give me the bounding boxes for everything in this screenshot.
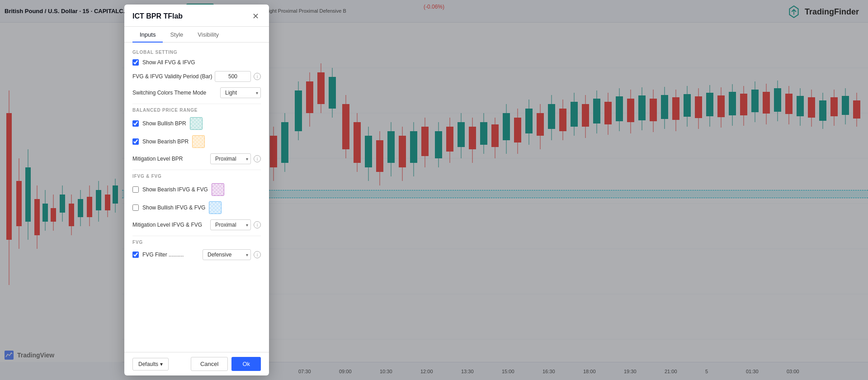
tab-inputs[interactable]: Inputs xyxy=(132,27,163,43)
defaults-button[interactable]: Defaults ▾ xyxy=(132,358,169,370)
mitigation-bpr-row: Mitigation Level BPR Proximal Distal 50%… xyxy=(132,153,261,164)
section-bpr-label: BALANCED PRICE RANGE xyxy=(132,108,261,113)
fvg-filter-label: FVG Filter .......... xyxy=(142,252,184,258)
show-bearish-bpr-label: Show Bearish BPR xyxy=(142,138,189,145)
show-all-fvg-row: Show All FVG & IFVG xyxy=(132,59,261,66)
mitigation-ifvg-info-icon[interactable]: i xyxy=(254,221,261,228)
validity-period-label: FVG & IFVG Validity Period (Bar) xyxy=(132,73,212,80)
show-all-fvg-wrapper: Show All FVG & IFVG xyxy=(132,59,195,66)
bearish-ifvg-pattern-icon xyxy=(212,183,224,196)
mitigation-bpr-select[interactable]: Proximal Distal 50% xyxy=(210,153,251,164)
theme-mode-row: Switching Colors Theme Mode Light Dark ▾ xyxy=(132,87,261,98)
fvg-filter-checkbox[interactable] xyxy=(132,252,139,258)
validity-info-icon[interactable]: i xyxy=(254,73,261,80)
show-bullish-bpr-row: Show Bullish BPR xyxy=(132,117,261,130)
cancel-button[interactable]: Cancel xyxy=(191,357,228,371)
theme-mode-select-wrap: Light Dark ▾ xyxy=(220,87,261,98)
show-bearish-ifvg-row: Show Bearish IFVG & FVG xyxy=(132,183,261,196)
defaults-label: Defaults xyxy=(138,361,158,367)
mitigation-bpr-label: Mitigation Level BPR xyxy=(132,156,183,162)
ok-button[interactable]: Ok xyxy=(231,357,261,371)
mitigation-bpr-select-wrap: Proximal Distal 50% ▾ xyxy=(210,153,251,164)
modal-footer: Defaults ▾ Cancel Ok xyxy=(124,352,269,375)
show-bullish-ifvg-row: Show Bullish IFVG & FVG xyxy=(132,201,261,214)
fvg-filter-right: Defensive Conservative Aggressive ▾ i xyxy=(203,249,261,260)
show-bullish-bpr-label: Show Bullish BPR xyxy=(142,120,186,127)
show-bearish-bpr-wrapper: Show Bearish BPR xyxy=(132,138,189,145)
mitigation-bpr-info-icon[interactable]: i xyxy=(254,155,261,162)
divider-2 xyxy=(132,170,261,170)
show-bearish-ifvg-checkbox[interactable] xyxy=(132,186,139,193)
show-bullish-bpr-wrapper: Show Bullish BPR xyxy=(132,120,186,127)
divider-1 xyxy=(132,104,261,104)
show-bearish-ifvg-wrapper: Show Bearish IFVG & FVG xyxy=(132,186,208,193)
modal-header: ICT BPR TFlab ✕ xyxy=(124,5,269,27)
fvg-filter-row: FVG Filter .......... Defensive Conserva… xyxy=(132,249,261,260)
mitigation-ifvg-select-wrap: Proximal Distal 50% ▾ xyxy=(210,219,251,230)
fvg-filter-info-icon[interactable]: i xyxy=(254,251,261,258)
mitigation-bpr-right: Proximal Distal 50% ▾ i xyxy=(210,153,261,164)
footer-actions: Cancel Ok xyxy=(191,357,261,371)
show-bullish-bpr-checkbox[interactable] xyxy=(132,120,139,127)
mitigation-ifvg-row: Mitigation Level IFVG & FVG Proximal Dis… xyxy=(132,219,261,230)
tab-style[interactable]: Style xyxy=(163,27,190,43)
divider-3 xyxy=(132,236,261,236)
show-all-fvg-label: Show All FVG & IFVG xyxy=(142,59,195,66)
bullish-ifvg-pattern-icon xyxy=(209,201,222,214)
modal-tabs: Inputs Style Visibility xyxy=(124,27,269,43)
close-button[interactable]: ✕ xyxy=(250,11,261,22)
mitigation-ifvg-select[interactable]: Proximal Distal 50% xyxy=(210,219,251,230)
validity-period-right: i xyxy=(215,71,261,82)
modal-title: ICT BPR TFlab xyxy=(132,12,183,20)
section-ifvg-label: IFVG & FVG xyxy=(132,174,261,179)
show-all-fvg-checkbox[interactable] xyxy=(132,59,139,66)
bullish-bpr-pattern-icon xyxy=(190,117,203,130)
validity-period-row: FVG & IFVG Validity Period (Bar) i xyxy=(132,71,261,82)
show-bullish-ifvg-wrapper: Show Bullish IFVG & FVG xyxy=(132,204,205,211)
show-bearish-bpr-checkbox[interactable] xyxy=(132,138,139,145)
theme-mode-select[interactable]: Light Dark xyxy=(220,87,261,98)
fvg-filter-select-wrap: Defensive Conservative Aggressive ▾ xyxy=(203,249,251,260)
mitigation-ifvg-label: Mitigation Level IFVG & FVG xyxy=(132,222,202,228)
fvg-filter-wrapper: FVG Filter .......... xyxy=(132,252,184,258)
fvg-filter-select[interactable]: Defensive Conservative Aggressive xyxy=(203,249,251,260)
show-bearish-bpr-row: Show Bearish BPR xyxy=(132,135,261,148)
theme-mode-right: Light Dark ▾ xyxy=(220,87,261,98)
section-global-label: GLOBAL SETTING xyxy=(132,50,261,55)
show-bullish-ifvg-label: Show Bullish IFVG & FVG xyxy=(142,204,205,211)
tab-visibility[interactable]: Visibility xyxy=(190,27,226,43)
theme-mode-label: Switching Colors Theme Mode xyxy=(132,90,206,96)
modal-body: GLOBAL SETTING Show All FVG & IFVG FVG &… xyxy=(124,43,269,352)
defaults-chevron-icon: ▾ xyxy=(160,361,163,367)
modal-dialog: ICT BPR TFlab ✕ Inputs Style Visibility … xyxy=(124,5,269,375)
mitigation-ifvg-right: Proximal Distal 50% ▾ i xyxy=(210,219,261,230)
bearish-bpr-pattern-icon xyxy=(192,135,205,148)
section-fvg-label: FVG xyxy=(132,240,261,245)
show-bearish-ifvg-label: Show Bearish IFVG & FVG xyxy=(142,186,208,193)
validity-period-input[interactable] xyxy=(215,71,251,82)
show-bullish-ifvg-checkbox[interactable] xyxy=(132,204,139,211)
